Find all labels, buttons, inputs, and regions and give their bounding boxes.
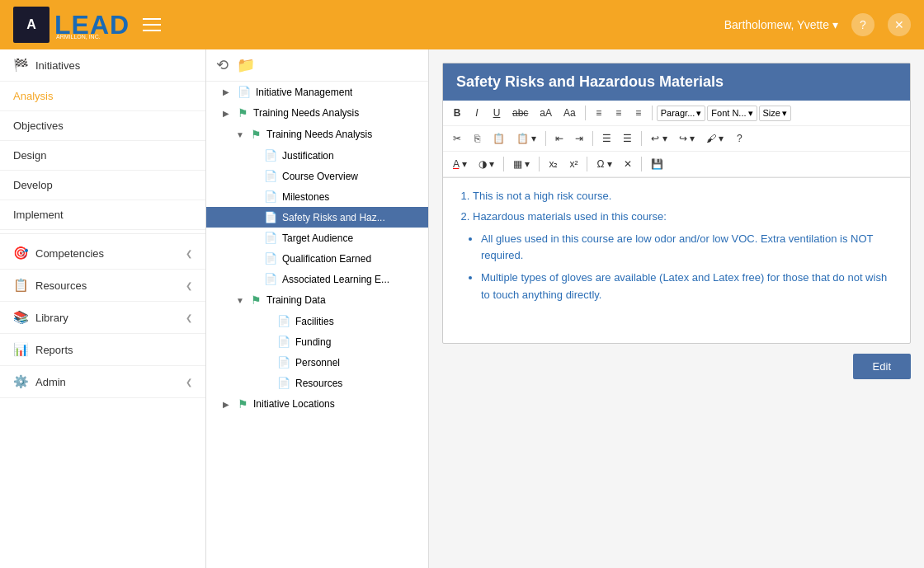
list-ordered-button[interactable]: ☰ (618, 129, 637, 148)
paste-button[interactable]: 📋 (488, 129, 510, 148)
subscript-button[interactable]: x₂ (544, 155, 563, 173)
logo-icon: A (13, 7, 50, 43)
label-qualification-earned: Qualification Earned (282, 253, 371, 265)
edit-button[interactable]: Edit (853, 354, 911, 379)
strikethrough-button[interactable]: abc (507, 104, 533, 122)
tree-node-tna1[interactable]: ▶ ⚑ Training Needs Analysis (206, 102, 428, 124)
italic-button[interactable]: I (468, 104, 486, 122)
highlight-arrow: ▾ (489, 158, 494, 170)
bold-button[interactable]: B (448, 104, 466, 122)
table-button[interactable]: ▦ ▾ (508, 155, 535, 173)
toolbar-row-3: A ▾ ◑ ▾ ▦ ▾ x₂ (443, 152, 910, 177)
list-unordered-button[interactable]: ☰ (597, 129, 616, 148)
tree-node-training-data[interactable]: ▼ ⚑ Training Data (206, 289, 428, 311)
indent-increase-button[interactable]: ⇥ (570, 129, 588, 148)
tree-node-justification[interactable]: 📄 Justification (206, 145, 428, 166)
tree-node-target-audience[interactable]: 📄 Target Audience (206, 228, 428, 248)
tree-node-milestones[interactable]: 📄 Milestones (206, 186, 428, 207)
font-case-button[interactable]: Aa (559, 104, 581, 122)
tree-toolbar: ⟲ 📁 (206, 49, 428, 82)
copy-button[interactable]: ⎘ (468, 129, 486, 148)
tree-node-associated-learning[interactable]: 📄 Associated Learning E... (206, 269, 428, 289)
sidebar-item-develop[interactable]: Develop (0, 171, 205, 200)
close-button[interactable]: ✕ (888, 13, 911, 36)
flag-icon-initiative-locations: ⚑ (238, 397, 248, 411)
remove-format-button[interactable]: ✕ (619, 155, 637, 173)
admin-icon: ⚙️ (13, 374, 29, 389)
sidebar-item-admin[interactable]: ⚙️ Admin ❮ (0, 366, 205, 398)
font-size-dropdown[interactable]: Size ▾ (759, 106, 791, 121)
doc-icon-milestones: 📄 (264, 190, 277, 203)
paragraph-dropdown[interactable]: Paragr... ▾ (657, 106, 706, 121)
special-char-button[interactable]: Ω ▾ (592, 155, 616, 173)
folder-icon[interactable]: 📁 (237, 56, 255, 74)
paste-special-arrow: ▾ (531, 133, 536, 144)
indent-decrease-button[interactable]: ⇤ (550, 129, 568, 148)
flag-icon-training-data: ⚑ (251, 293, 262, 307)
tree-node-personnel[interactable]: 📄 Personnel (206, 352, 428, 373)
tree-node-facilities[interactable]: 📄 Facilities (206, 311, 428, 331)
label-safety-risks: Safety Risks and Haz... (282, 212, 385, 223)
redo-button[interactable]: ↪ ▾ (674, 129, 700, 148)
paste-special-button[interactable]: 📋 ▾ (512, 129, 541, 148)
font-size-dropdown-icon: ▾ (782, 108, 787, 119)
label-resources: Resources (295, 378, 342, 389)
help-content-button[interactable]: ? (730, 129, 748, 148)
font-size-small-button[interactable]: aA (535, 104, 557, 122)
format-arrow: ▾ (719, 133, 724, 144)
logo-small: ARMILLON, INC. (56, 34, 130, 40)
expander-initiative-locations: ▶ (223, 400, 233, 409)
sidebar-item-competencies[interactable]: 🎯 Competencies ❮ (0, 237, 205, 270)
font-color-button[interactable]: A ▾ (448, 155, 472, 173)
user-menu[interactable]: Bartholomew, Yvette ▾ (724, 18, 838, 31)
sidebar-item-implement[interactable]: Implement (0, 200, 205, 230)
highlight-button[interactable]: ◑ ▾ (474, 155, 499, 173)
tree-node-tna2[interactable]: ▼ ⚑ Training Needs Analysis (206, 124, 428, 145)
doc-icon-safety-risks: 📄 (264, 211, 277, 223)
font-size-label: Size (763, 108, 780, 118)
reports-icon: 📊 (13, 342, 29, 357)
expander-training-data: ▼ (236, 296, 246, 305)
help-button[interactable]: ? (851, 13, 874, 36)
sidebar-item-library[interactable]: 📚 Library ❮ (0, 302, 205, 334)
toolbar-sep-3 (545, 131, 546, 146)
align-right-button[interactable]: ≡ (629, 104, 648, 122)
align-left-button[interactable]: ≡ (590, 104, 608, 122)
tree-node-course-overview[interactable]: 📄 Course Overview (206, 166, 428, 186)
tree-node-safety-risks[interactable]: 📄 Safety Risks and Haz... (206, 207, 428, 228)
toolbar-sep-6 (503, 157, 504, 171)
sidebar-item-design[interactable]: Design (0, 141, 205, 171)
paste-special-icon: 📋 (516, 133, 529, 144)
sidebar-item-reports[interactable]: 📊 Reports (0, 334, 205, 366)
tree-node-initiative-mgmt[interactable]: ▶ 📄 Initiative Management (206, 82, 428, 102)
hamburger-menu[interactable] (143, 14, 161, 35)
toolbar-sep-8 (587, 157, 587, 171)
user-dropdown-icon: ▾ (832, 18, 838, 31)
sidebar-item-analysis[interactable]: Analysis (0, 82, 205, 111)
tree-node-funding[interactable]: 📄 Funding (206, 331, 428, 352)
save-content-button[interactable]: 💾 (646, 155, 668, 173)
tree-node-initiative-locations[interactable]: ▶ ⚑ Initiative Locations (206, 393, 428, 415)
sidebar-label-reports: Reports (35, 344, 192, 356)
cut-button[interactable]: ✂ (448, 129, 466, 148)
format-btn[interactable]: 🖌 ▾ (701, 129, 728, 148)
sidebar-item-objectives[interactable]: Objectives (0, 111, 205, 141)
highlight-icon: ◑ (478, 158, 487, 170)
library-arrow-icon: ❮ (186, 313, 192, 322)
undo-button[interactable]: ↩ ▾ (646, 129, 672, 148)
sidebar-item-initiatives[interactable]: 🏁 Initiatives (0, 49, 205, 82)
paragraph-dropdown-icon: ▾ (696, 108, 701, 119)
tree-node-resources[interactable]: 📄 Resources (206, 373, 428, 393)
logo-icon-letter: A (26, 17, 36, 32)
sidebar-label-initiatives: Initiatives (35, 59, 192, 72)
font-name-dropdown[interactable]: Font N... ▾ (707, 106, 757, 121)
toolbar-sep-1 (585, 106, 586, 120)
sidebar-item-resources[interactable]: 📋 Resources ❮ (0, 270, 205, 302)
underline-button[interactable]: U (488, 104, 506, 122)
sidebar-label-admin: Admin (35, 376, 179, 388)
tree-node-qualification-earned[interactable]: 📄 Qualification Earned (206, 248, 428, 269)
paragraph-label: Paragr... (661, 108, 695, 118)
align-center-button[interactable]: ≡ (610, 104, 628, 122)
superscript-button[interactable]: x² (564, 155, 582, 173)
history-icon[interactable]: ⟲ (216, 56, 229, 74)
